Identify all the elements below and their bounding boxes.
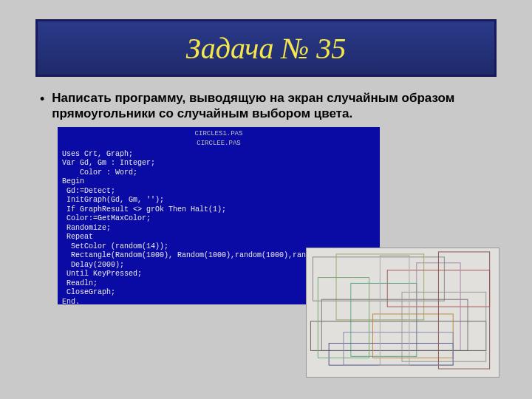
bullet-icon: • [40,92,44,107]
code-line: Var Gd, Gm : Integer; [62,159,375,168]
code-filename-2: CIRCLEE.PAS [62,140,375,148]
output-rect [438,252,489,369]
output-rect [372,314,453,358]
slide-title: Задача № 35 [186,31,346,66]
code-line: Color:=GetMaxColor; [62,214,375,224]
code-line: Color : Word; [62,168,375,178]
code-line: Repeat [62,233,375,242]
code-line: Gd:=Detect; [62,187,375,197]
code-line: If GraphResult <> grOk Then Halt(1); [62,205,375,215]
program-output [306,248,499,378]
code-filename-1: CIRCLES1.PAS [62,130,375,138]
task-row: • Написать программу, выводящую на экран… [40,90,498,122]
title-box: Задача № 35 [35,19,497,77]
output-rect [310,321,485,351]
code-line: InitGraph(Gd, Gm, ''); [62,196,375,205]
output-rect [402,292,486,361]
output-rect [313,257,444,301]
code-line: Randomize; [62,224,375,233]
output-rect [329,344,453,366]
output-rect [344,332,453,365]
task-description: Написать программу, выводящую на экран с… [52,90,498,122]
output-rect [380,256,409,365]
output-canvas [307,248,499,377]
code-line: Begin [62,177,375,187]
code-line: Uses Crt, Graph; [62,150,375,160]
